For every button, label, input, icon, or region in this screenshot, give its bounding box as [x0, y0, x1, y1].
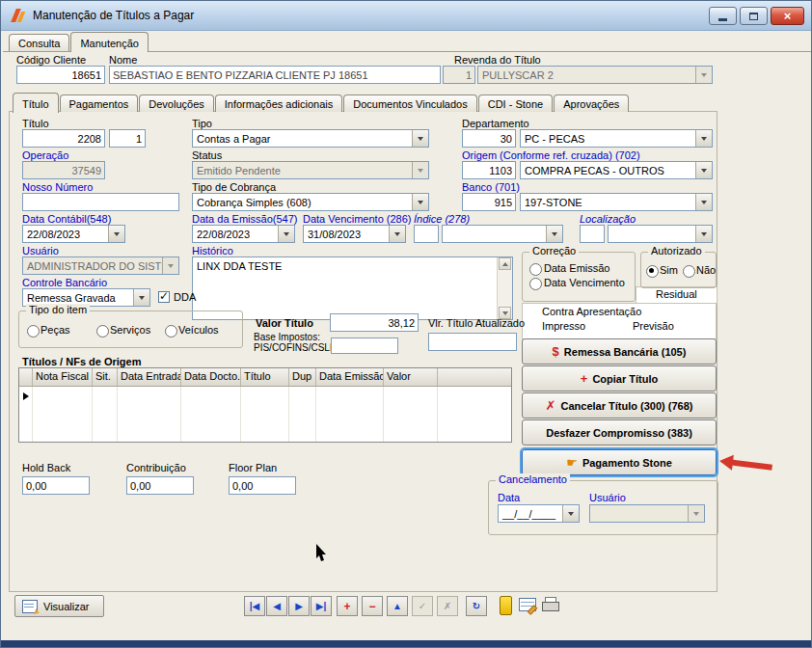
- copiar-titulo-button[interactable]: + Copiar Título: [522, 365, 717, 392]
- x-icon: ✗: [546, 398, 556, 413]
- grid-col-titulo[interactable]: Título: [241, 368, 289, 386]
- localizacao-cod-field[interactable]: [580, 225, 605, 243]
- grid-col-valor[interactable]: Valor: [384, 368, 438, 386]
- contra-apresentacao-label: Contra Apresentação: [542, 306, 641, 317]
- codigo-cliente-field[interactable]: 18651: [16, 66, 105, 84]
- maximize-button[interactable]: [740, 7, 768, 25]
- app-logo-icon: [11, 8, 26, 23]
- residual-label: Residual: [656, 288, 697, 300]
- autorizado-label: Autorizado: [648, 245, 705, 256]
- tab-titulo[interactable]: Título: [13, 93, 59, 113]
- grid-body[interactable]: [19, 387, 511, 442]
- origem-label: Origem (Conforme ref. cruzada) (702): [462, 149, 640, 161]
- localizacao-label: Localização: [580, 213, 636, 225]
- tab-documentos-vinculados[interactable]: Documentos Vinculados: [343, 94, 476, 112]
- nome-label: Nome: [109, 54, 137, 66]
- desfazer-compromisso-button[interactable]: Desfazer Compromisso (383): [522, 419, 717, 446]
- titulo-parcela-field[interactable]: 1: [109, 129, 146, 148]
- vlr-atualizado-field[interactable]: [428, 333, 517, 351]
- floor-plan-label: Floor Plan: [229, 462, 277, 473]
- nav-last-button[interactable]: ▶|: [311, 596, 332, 616]
- scrollbar[interactable]: [497, 257, 512, 319]
- nav-cancel-button[interactable]: ✗: [437, 596, 458, 616]
- operacao-field[interactable]: 37549: [22, 161, 105, 179]
- nosso-numero-field[interactable]: [22, 193, 179, 211]
- tab-cdi-stone[interactable]: CDI - Stone: [478, 94, 553, 112]
- cancelamento-data-picker[interactable]: __/__/____: [498, 504, 580, 523]
- contribuicao-field[interactable]: 0,00: [126, 476, 194, 495]
- nav-confirm-button[interactable]: ✓: [412, 596, 433, 616]
- tab-informacoes-adicionais[interactable]: Informações adicionais: [215, 94, 343, 112]
- nav-delete-button[interactable]: −: [362, 596, 383, 616]
- nav-next-button[interactable]: ▶: [288, 596, 310, 616]
- nav-prev-button[interactable]: ◀: [266, 596, 287, 616]
- base-impostos-label: Base Impostos:: [254, 332, 320, 342]
- revenda-combo[interactable]: PULLYSCAR 2: [477, 66, 713, 84]
- usuario-combo[interactable]: ADMINISTRADOR DO SISTEM: [22, 256, 179, 275]
- close-button[interactable]: ×: [771, 7, 804, 25]
- dda-checkbox[interactable]: [158, 291, 170, 303]
- nav-add-button[interactable]: +: [337, 596, 358, 616]
- grid-filler-header: [438, 368, 511, 386]
- title-bar[interactable]: Manutenção de Títulos a Pagar ×: [1, 1, 811, 31]
- grid-edit-icon[interactable]: [519, 598, 536, 611]
- minimize-button[interactable]: [709, 7, 737, 25]
- hold-back-field[interactable]: 0,00: [22, 476, 90, 495]
- origem-grid[interactable]: Nota Fiscal Sit. Data Entrada Data Docto…: [18, 367, 512, 443]
- titulo-field[interactable]: 2208: [22, 129, 105, 148]
- status-combo[interactable]: Emitido Pendente: [192, 161, 429, 179]
- row-marker-icon: [23, 392, 29, 400]
- tab-manutencao[interactable]: Manutenção: [70, 32, 149, 52]
- correcao-data-vencimento-label: Data Vencimento: [544, 277, 625, 288]
- tab-devolucoes[interactable]: Devoluções: [139, 94, 213, 112]
- nome-field[interactable]: SEBASTIAO E BENTO PIZZARIA CLIENTE PJ 18…: [109, 66, 441, 84]
- remessa-bancaria-button[interactable]: $ Remessa Bancária (105): [522, 338, 717, 364]
- dda-label: DDA: [174, 291, 196, 303]
- data-vencimento-picker[interactable]: 31/08/2023: [303, 225, 406, 243]
- nav-refresh-button[interactable]: ↻: [466, 596, 487, 616]
- departamento-combo[interactable]: PC - PECAS: [520, 129, 713, 148]
- localizacao-combo[interactable]: [608, 225, 713, 243]
- grid-title: Títulos / NFs de Origem: [22, 356, 141, 367]
- tipo-cobranca-combo[interactable]: Cobrança Simples (608): [192, 193, 429, 211]
- grid-col-data-entrada[interactable]: Data Entrada: [118, 368, 181, 386]
- scroll-up-icon[interactable]: [499, 257, 511, 270]
- origem-cod-field[interactable]: 1103: [462, 161, 516, 179]
- grid-col-data-emissao[interactable]: Data Emissão: [316, 368, 384, 386]
- revenda-num-field[interactable]: 1: [443, 66, 475, 84]
- banco-cod-field[interactable]: 915: [462, 193, 516, 211]
- cancelamento-usuario-combo[interactable]: [589, 504, 705, 523]
- visualizar-button[interactable]: Visualizar: [14, 595, 104, 617]
- export-icon[interactable]: [500, 596, 512, 615]
- grid-col-data-docto[interactable]: Data Docto.: [181, 368, 241, 386]
- base-impostos-field[interactable]: [331, 338, 398, 354]
- tab-pagamentos[interactable]: Pagamentos: [60, 94, 139, 112]
- grid-col-dup[interactable]: Dup: [289, 368, 316, 386]
- grid-col-nota-fiscal[interactable]: Nota Fiscal: [33, 368, 93, 386]
- vlr-atualizado-label: Vlr. Título Atualizado: [428, 317, 525, 329]
- nav-first-button[interactable]: |◀: [244, 596, 265, 616]
- base-impostos-label2: PIS/COFINS/CSLL:: [254, 342, 338, 353]
- departamento-cod-field[interactable]: 30: [462, 129, 516, 148]
- indice-cod-field[interactable]: [414, 225, 439, 243]
- chevron-down-icon: [389, 226, 405, 242]
- data-contabil-picker[interactable]: 22/08/2023: [22, 225, 125, 243]
- tipo-combo[interactable]: Contas a Pagar: [192, 129, 429, 148]
- data-contabil-label: Data Contábil(548): [22, 213, 111, 225]
- pagamento-stone-button[interactable]: ☛ Pagamento Stone: [522, 449, 717, 475]
- floor-plan-field[interactable]: 0,00: [229, 476, 296, 495]
- origem-combo[interactable]: COMPRA PECAS - OUTROS: [520, 161, 713, 179]
- nav-edit-button[interactable]: ▲: [387, 596, 408, 616]
- cancelar-titulo-button[interactable]: ✗ Cancelar Título (300) (768): [522, 392, 717, 418]
- indice-combo[interactable]: [442, 225, 563, 243]
- data-emissao-picker[interactable]: 22/08/2023: [192, 225, 295, 243]
- valor-titulo-field[interactable]: 38,12: [330, 313, 419, 332]
- preview-icon: [22, 600, 38, 613]
- printer-icon[interactable]: [542, 597, 558, 611]
- tab-consulta[interactable]: Consulta: [9, 34, 69, 51]
- chevron-down-icon: [695, 130, 712, 147]
- tab-aprovacoes[interactable]: Aprovações: [554, 94, 629, 112]
- grid-col-sit[interactable]: Sit.: [93, 368, 118, 386]
- banco-combo[interactable]: 197-STONE: [520, 193, 713, 211]
- chevron-down-icon: [412, 162, 428, 178]
